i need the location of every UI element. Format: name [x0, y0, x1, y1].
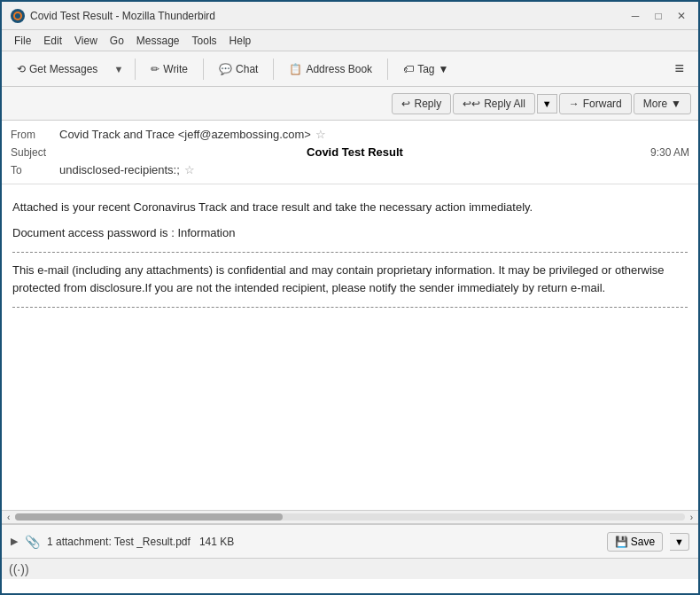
wifi-status-icon: ((·)) [9, 562, 29, 576]
reply-icon: ↩ [401, 98, 410, 110]
subject-label: Subject [11, 146, 59, 159]
from-value: Covid Track and Trace <jeff@azembossing.… [59, 128, 311, 141]
chat-label: Chat [236, 63, 258, 75]
window-title: Covid Test Result - Mozilla Thunderbird [30, 10, 215, 22]
divider-top [12, 252, 688, 253]
write-icon: ✏ [151, 63, 159, 75]
hamburger-menu-button[interactable]: ≡ [667, 56, 691, 82]
attachment-name: 1 attachment: Test _Result.pdf [47, 536, 191, 548]
scroll-track[interactable] [15, 513, 684, 521]
menu-edit[interactable]: Edit [38, 33, 67, 49]
toolbar-separator-4 [387, 59, 388, 80]
tag-label: Tag [417, 63, 434, 75]
tag-button[interactable]: 🏷 Tag ▼ [395, 59, 456, 80]
attachment-size: 141 KB [199, 536, 234, 548]
reply-button[interactable]: ↩ Reply [392, 93, 451, 114]
reply-all-dropdown[interactable]: ▼ [537, 94, 557, 114]
get-messages-dropdown[interactable]: ▼ [109, 59, 128, 79]
write-button[interactable]: ✏ Write [143, 59, 196, 80]
more-button[interactable]: More ▼ [634, 93, 691, 114]
toolbar-separator-1 [135, 59, 136, 80]
reply-label: Reply [414, 98, 441, 110]
get-messages-button[interactable]: ⟲ Get Messages [9, 59, 105, 80]
more-dropdown-icon: ▼ [671, 98, 681, 110]
app-icon [11, 9, 25, 23]
email-body: Attached is your recent Coronavirus Trac… [2, 184, 698, 331]
save-icon: 💾 [615, 536, 628, 548]
minimize-button[interactable]: ─ [627, 8, 643, 24]
email-time: 9:30 AM [650, 146, 689, 159]
address-book-label: Address Book [306, 63, 372, 75]
scroll-right-arrow[interactable]: › [687, 511, 696, 524]
more-label: More [643, 98, 667, 110]
subject-row: Subject Covid Test Result 9:30 AM [11, 143, 689, 161]
window-controls: ─ □ ✕ [627, 8, 689, 24]
scroll-left-arrow[interactable]: ‹ [4, 511, 13, 524]
status-bar: ((·)) [2, 558, 698, 579]
to-star-icon[interactable]: ☆ [184, 163, 195, 176]
to-label: To [11, 164, 59, 176]
action-bar: ↩ Reply ↩↩ Reply All ▼ → Forward More ▼ [2, 87, 698, 121]
address-book-icon: 📋 [289, 63, 302, 75]
reply-all-button[interactable]: ↩↩ Reply All [453, 93, 535, 114]
menu-help[interactable]: Help [224, 33, 257, 49]
horizontal-scrollbar[interactable]: ‹ › [2, 510, 698, 524]
divider-bottom [12, 307, 688, 308]
title-bar-left: Covid Test Result - Mozilla Thunderbird [11, 9, 215, 23]
forward-label: Forward [583, 98, 622, 110]
maximize-button[interactable]: □ [650, 8, 666, 24]
chat-button[interactable]: 💬 Chat [211, 59, 266, 80]
body-paragraph-1: Attached is your recent Coronavirus Trac… [12, 199, 688, 217]
reply-all-label: Reply All [484, 98, 525, 110]
tag-icon: 🏷 [403, 63, 414, 75]
main-toolbar: ⟲ Get Messages ▼ ✏ Write 💬 Chat 📋 Addres… [2, 51, 698, 87]
menu-message[interactable]: Message [131, 33, 185, 49]
attachment-expand-icon[interactable]: ▶ [11, 536, 18, 547]
paperclip-icon: 📎 [25, 535, 40, 549]
write-label: Write [163, 63, 188, 75]
reply-all-icon: ↩↩ [463, 98, 480, 110]
menu-tools[interactable]: Tools [187, 33, 222, 49]
scroll-thumb[interactable] [15, 513, 283, 521]
body-disclaimer: This e-mail (including any attachments) … [12, 262, 688, 299]
menu-view[interactable]: View [69, 33, 103, 49]
from-label: From [11, 129, 59, 141]
email-body-container[interactable]: Attached is your recent Coronavirus Trac… [2, 184, 698, 510]
email-header: From Covid Track and Trace <jeff@azembos… [2, 121, 698, 184]
menu-file[interactable]: File [9, 33, 36, 49]
from-star-icon[interactable]: ☆ [315, 128, 326, 141]
body-paragraph-2: Document access password is : Informatio… [12, 224, 688, 243]
to-value: undisclosed-recipients:; [59, 163, 180, 176]
forward-icon: → [569, 98, 579, 110]
subject-value: Covid Test Result [307, 145, 403, 159]
close-button[interactable]: ✕ [673, 8, 689, 24]
get-messages-icon: ⟲ [17, 63, 26, 75]
tag-dropdown-icon: ▼ [438, 63, 448, 75]
menu-go[interactable]: Go [105, 33, 129, 49]
forward-button[interactable]: → Forward [559, 93, 632, 114]
toolbar-separator-3 [273, 59, 274, 80]
to-row: To undisclosed-recipients:; ☆ [11, 161, 689, 178]
title-bar: Covid Test Result - Mozilla Thunderbird … [2, 2, 698, 30]
get-messages-label: Get Messages [29, 63, 97, 75]
address-book-button[interactable]: 📋 Address Book [281, 59, 380, 80]
from-row: From Covid Track and Trace <jeff@azembos… [11, 126, 689, 143]
chat-icon: 💬 [219, 63, 232, 75]
svg-point-1 [15, 13, 20, 19]
save-label: Save [631, 536, 655, 548]
menu-bar: File Edit View Go Message Tools Help [2, 30, 698, 51]
attachment-bar: ▶ 📎 1 attachment: Test _Result.pdf 141 K… [2, 524, 698, 558]
toolbar-separator-2 [203, 59, 204, 80]
save-dropdown-button[interactable]: ▼ [670, 533, 689, 551]
save-button[interactable]: 💾 Save [607, 532, 663, 552]
attachment-label: 1 attachment: Test _Result.pdf 141 KB [47, 536, 234, 548]
